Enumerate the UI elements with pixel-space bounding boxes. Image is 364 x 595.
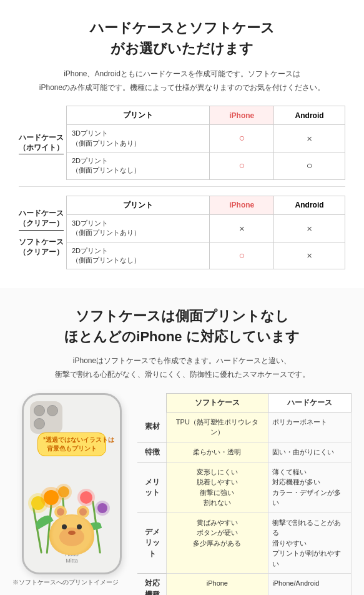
table1-row2-android: ○ [274, 152, 345, 179]
table-row: 素材 TPU（熱可塑性ポリウレタン） ポリカーボネート [137, 412, 352, 442]
table1-row-header-text: ハードケース（ホワイト） [19, 131, 64, 154]
compare-hard-merit: 薄くて軽い対応機種が多いカラー・デザインが多い [268, 462, 352, 512]
compare-hard-material: ポリカーボネート [268, 412, 352, 442]
table2-row2-iphone: ○ [210, 242, 274, 269]
compare-hard-feature: 固い・曲がりにくい [268, 442, 352, 462]
table2-col-android: Android [274, 196, 345, 214]
compare-hard-demerit: 衝撃で割れることがある滑りやすいプリントが剥がれやすい [268, 512, 352, 574]
table1-col-android: Android [274, 106, 345, 125]
divider1 [19, 186, 345, 187]
table1-row1-iphone: ○ [210, 125, 274, 152]
compare-col-hard: ハードケース [268, 393, 352, 412]
table2-row1-android: × [274, 214, 345, 242]
table2-row1-print: 3Dプリント（側面プリントあり） [67, 214, 210, 242]
section2-title: ソフトケースは側面プリントなしほとんどのiPhone に対応しています [12, 306, 352, 347]
table1-col-iphone: iPhone [210, 106, 274, 125]
section1-desc: iPhone、Androidともにハードケースを作成可能です。ソフトケースは i… [19, 68, 345, 94]
table2-row-header1-text: ハードケース（クリアー） [19, 207, 64, 230]
table1-section: ハードケース（ホワイト） プリント iPhone Android 3Dプリント（… [19, 106, 345, 180]
table1-row2-iphone: ○ [210, 152, 274, 179]
table1-row2-print: 2Dプリント（側面プリントなし） [67, 152, 210, 179]
table-row: 2Dプリント（側面プリントなし） ○ ○ [67, 152, 345, 179]
section1-title: ハードケースとソフトケースがお選びいただけます [19, 18, 345, 59]
section1: ハードケースとソフトケースがお選びいただけます iPhone、Androidとも… [0, 0, 364, 288]
table-row: 3Dプリント（側面プリントあり） ○ × [67, 125, 345, 152]
compare-row-label-feature: 特徴 [137, 442, 166, 462]
table2-col-iphone: iPhone [210, 196, 274, 214]
compare-hard-model: iPhone/Android [268, 574, 352, 595]
phone-body: *透過ではないイラストは背景色もプリント [22, 393, 122, 574]
table1-grid: プリント iPhone Android 3Dプリント（側面プリントあり） ○ ×… [66, 106, 345, 180]
compare-soft-model: iPhone [166, 574, 268, 595]
table2-section: ハードケース（クリアー） ソフトケース（クリアー） プリント iPhone An… [19, 196, 345, 270]
compare-table: ソフトケース ハードケース 素材 TPU（熱可塑性ポリウレタン） ポリカーボネー… [137, 393, 352, 596]
table-row: 2Dプリント（側面プリントなし） ○ × [67, 242, 345, 269]
compare-col-empty [137, 393, 166, 412]
phone-mockup: *透過ではないイラストは背景色もプリント [12, 393, 131, 587]
compare-soft-merit: 変形しにくい脱着しやすい衝撃に強い割れない [166, 462, 268, 512]
table1-col-print: プリント [67, 106, 210, 125]
table2-grid: プリント iPhone Android 3Dプリント（側面プリントあり） × ×… [66, 196, 345, 270]
table2-row1-iphone: × [210, 214, 274, 242]
table1-row1-android: × [274, 125, 345, 152]
table2-col-print: プリント [67, 196, 210, 214]
compare-row-label-model: 対応機種 [137, 574, 166, 595]
table2-row2-android: × [274, 242, 345, 269]
table2-row-header: ハードケース（クリアー） ソフトケース（クリアー） [19, 196, 66, 270]
section2: ソフトケースは側面プリントなしほとんどのiPhone に対応しています iPho… [0, 288, 364, 595]
comparison-area: *透過ではないイラストは背景色もプリント [12, 393, 352, 596]
table-row: 3Dプリント（側面プリントあり） × × [67, 214, 345, 242]
table2-row2-print: 2Dプリント（側面プリントなし） [67, 242, 210, 269]
compare-row-label-merit: メリット [137, 462, 166, 512]
phone-caption: ※ソフトケースへのプリントイメージ [12, 578, 131, 587]
table-row: メリット 変形しにくい脱着しやすい衝撃に強い割れない 薄くて軽い対応機種が多いカ… [137, 462, 352, 512]
table2-row-header2-text: ソフトケース（クリアー） [19, 236, 64, 258]
table1-row1-print: 3Dプリント（側面プリントあり） [67, 125, 210, 152]
compare-soft-demerit: 黄ばみやすいボタンが硬い多少厚みがある [166, 512, 268, 574]
section2-desc: iPhoneはソフトケースでも作成できます。ハードケースと違い、 衝撃で割れる心… [12, 354, 352, 381]
table-row: 特徴 柔らかい・透明 固い・曲がりにくい [137, 442, 352, 462]
compare-row-label-material: 素材 [137, 412, 166, 442]
table-row: 対応機種 iPhone iPhone/Android [137, 574, 352, 595]
compare-soft-material: TPU（熱可塑性ポリウレタン） [166, 412, 268, 442]
table1-row-header: ハードケース（ホワイト） [19, 106, 66, 180]
sticker-label: *透過ではないイラストは背景色もプリント [37, 432, 106, 456]
table-row: デメリット 黄ばみやすいボタンが硬い多少厚みがある 衝撃で割れることがある滑りや… [137, 512, 352, 574]
compare-row-label-demerit: デメリット [137, 512, 166, 574]
compare-soft-feature: 柔らかい・透明 [166, 442, 268, 462]
compare-col-soft: ソフトケース [166, 393, 268, 412]
